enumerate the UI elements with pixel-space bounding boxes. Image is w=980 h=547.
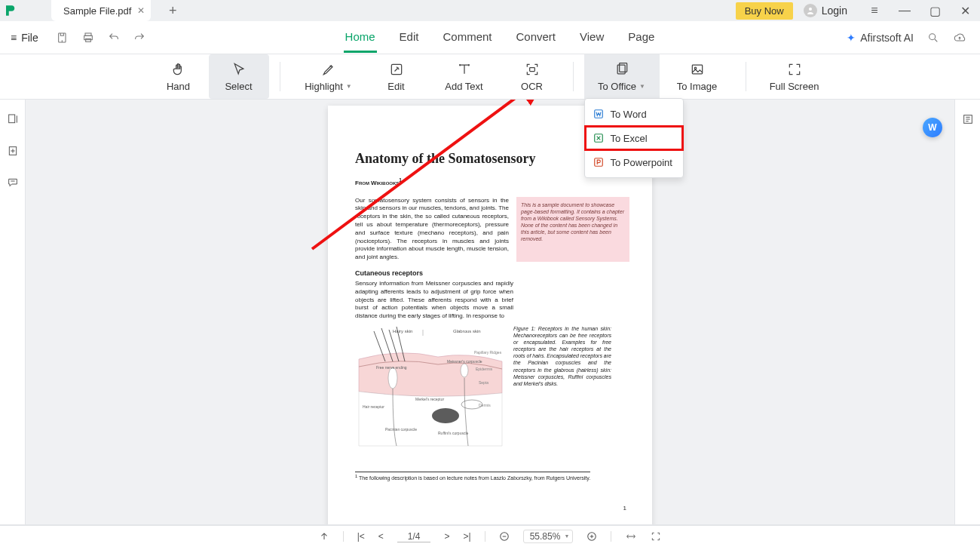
doc-subheading: Cutaneous receptors (355, 269, 629, 277)
svg-text:Septa: Septa (479, 380, 488, 385)
sparkle-icon: ✦ (847, 32, 856, 44)
tool-to-office[interactable]: To Office▼ To Word To Excel To Powerpoin… (584, 54, 660, 99)
toolbar: Hand Select Highlight▼ Edit Add Text OCR… (0, 54, 980, 100)
floating-translate-badge[interactable]: W (923, 118, 942, 137)
redo-icon[interactable] (133, 32, 145, 44)
dropdown-to-powerpoint[interactable]: To Powerpoint (585, 150, 683, 174)
menu-convert[interactable]: Convert (515, 23, 558, 53)
figure-caption: Figure 1: Receptors in the human skin: M… (513, 325, 611, 453)
close-tab-icon[interactable]: ✕ (137, 5, 145, 16)
next-page-far-icon[interactable]: >| (464, 531, 471, 542)
figure-illustration: Hairy skin Glabrous skin (355, 325, 506, 453)
svg-text:Merkel's receptor: Merkel's receptor (415, 397, 445, 401)
to-office-dropdown: To Word To Excel To Powerpoint (584, 98, 684, 178)
tool-hand[interactable]: Hand (149, 54, 209, 99)
tool-full-screen[interactable]: Full Screen (757, 54, 832, 99)
right-sidebar (954, 100, 980, 524)
svg-text:Free nerve ending: Free nerve ending (376, 365, 407, 370)
menu-comment[interactable]: Comment (441, 23, 493, 53)
close-window-icon[interactable]: ✕ (950, 0, 980, 21)
svg-text:Pacinian corpuscle: Pacinian corpuscle (385, 427, 417, 432)
left-sidebar (0, 100, 26, 524)
tool-ocr[interactable]: OCR (502, 54, 562, 99)
login-button[interactable]: Login (804, 4, 847, 17)
cloud-upload-icon[interactable] (953, 32, 966, 44)
zoom-value[interactable]: 55.85%▼ (523, 530, 574, 543)
to-office-icon (614, 61, 629, 78)
powerpoint-icon (593, 156, 605, 168)
ai-button[interactable]: ✦ Afirstsoft AI (847, 32, 914, 44)
svg-rect-7 (529, 68, 534, 72)
zoom-out-icon[interactable] (499, 531, 510, 542)
svg-point-27 (461, 364, 468, 377)
menubar: ≡ File Home Edit Comment Convert View Pa… (0, 21, 980, 54)
hand-icon (171, 61, 186, 78)
file-tab[interactable]: Sample File.pdf ✕ (51, 0, 151, 21)
chevron-down-icon: ▼ (639, 83, 645, 90)
svg-text:Hairy skin: Hairy skin (393, 329, 412, 333)
print-icon[interactable] (82, 32, 94, 44)
minimize-icon[interactable]: — (890, 0, 920, 21)
hamburger-small-icon: ≡ (11, 32, 17, 44)
svg-text:Meissner's corpuscle: Meissner's corpuscle (447, 359, 482, 364)
svg-point-5 (929, 33, 936, 39)
login-label: Login (822, 5, 847, 17)
tool-edit[interactable]: Edit (366, 54, 427, 99)
menu-home[interactable]: Home (344, 23, 377, 53)
file-tab-label: Sample File.pdf (63, 5, 131, 17)
buy-now-button[interactable]: Buy Now (736, 2, 793, 20)
prev-page-far-icon[interactable]: |< (357, 531, 365, 542)
page-number: 1 (623, 505, 626, 512)
prev-page-icon[interactable]: < (378, 531, 384, 542)
excel-icon (593, 132, 605, 144)
svg-text:Glabrous skin: Glabrous skin (453, 329, 481, 333)
svg-rect-13 (692, 65, 702, 74)
statusbar: |< < 1/4 > >| 55.85%▼ (0, 524, 980, 547)
file-menu[interactable]: ≡ File (0, 32, 49, 44)
file-menu-label: File (21, 32, 38, 44)
svg-text:Epidermis: Epidermis (476, 367, 493, 371)
svg-rect-9 (619, 63, 626, 72)
chevron-down-icon: ▼ (346, 83, 352, 90)
doc-note: This is a sample document to showcase pa… (516, 197, 629, 262)
fullscreen-icon (787, 61, 802, 78)
document-viewport[interactable]: Anatomy of the Somatosensory From Wikibo… (26, 100, 954, 524)
new-tab-button[interactable]: + (163, 3, 182, 19)
tool-add-text[interactable]: Add Text (427, 54, 502, 99)
workspace: Anatomy of the Somatosensory From Wikibo… (0, 100, 980, 524)
menu-view[interactable]: View (578, 23, 605, 53)
user-avatar-icon (804, 4, 817, 17)
comment-panel-icon[interactable] (7, 177, 19, 189)
svg-point-0 (809, 8, 812, 11)
thumbnail-panel-icon[interactable] (7, 113, 19, 125)
bookmark-panel-icon[interactable] (7, 145, 19, 157)
menu-edit[interactable]: Edit (398, 23, 421, 53)
maximize-icon[interactable]: ▢ (920, 0, 950, 21)
page-indicator[interactable]: 1/4 (397, 531, 431, 542)
svg-text:Hair receptor: Hair receptor (363, 404, 384, 409)
ai-label: Afirstsoft AI (860, 32, 914, 44)
next-page-icon[interactable]: > (444, 531, 449, 542)
properties-panel-icon[interactable] (962, 113, 974, 125)
fit-page-icon[interactable] (651, 531, 661, 542)
fit-width-icon[interactable] (625, 531, 637, 542)
svg-rect-4 (85, 38, 90, 41)
tool-select[interactable]: Select (209, 54, 269, 99)
hamburger-icon[interactable]: ≡ (859, 0, 890, 21)
svg-text:Ruffini's corpuscle: Ruffini's corpuscle (438, 431, 469, 435)
dropdown-to-word[interactable]: To Word (585, 102, 683, 126)
menu-page[interactable]: Page (626, 23, 656, 53)
cursor-icon (231, 61, 247, 78)
jump-first-icon[interactable] (319, 531, 329, 542)
search-icon[interactable] (927, 32, 939, 44)
tool-highlight[interactable]: Highlight▼ (291, 54, 366, 99)
zoom-in-icon[interactable] (586, 531, 597, 542)
word-icon (593, 108, 605, 120)
save-icon[interactable] (57, 32, 69, 44)
dropdown-to-excel[interactable]: To Excel (585, 126, 683, 150)
svg-text:Papillary Ridges: Papillary Ridges (474, 350, 502, 355)
svg-point-24 (388, 367, 397, 389)
undo-icon[interactable] (108, 32, 120, 44)
svg-point-25 (432, 408, 459, 423)
tool-to-image[interactable]: To Image (660, 54, 735, 99)
